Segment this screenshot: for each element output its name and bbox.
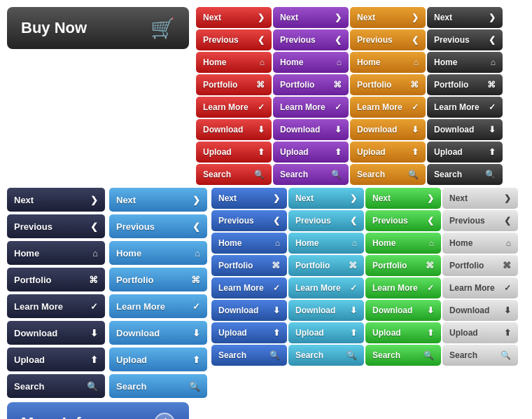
dark-previous-button[interactable]: Previous ❮ [7,214,105,238]
label: Next [372,193,391,203]
black-learnmore-button[interactable]: Learn More ✓ [427,97,503,118]
cyanblue-next-button[interactable]: Next ❯ [288,188,364,209]
purple-home-button[interactable]: Home ⌂ [273,52,349,73]
green-download-button[interactable]: Download ⬇ [365,300,441,321]
more-info-button[interactable]: More Info i [7,402,189,419]
purple-learnmore-button[interactable]: Learn More ✓ [273,97,349,118]
dark-portfolio-button[interactable]: Portfolio ⌘ [7,268,105,291]
green-next-button[interactable]: Next ❯ [365,188,441,209]
gray-portfolio-button[interactable]: Portfolio ⌘ [442,255,518,276]
black-portfolio-button[interactable]: Portfolio ⌘ [427,74,503,95]
midblue-download-button[interactable]: Download ⬇ [211,300,287,321]
red-download-button[interactable]: Download ⬇ [196,119,272,140]
green-learnmore-button[interactable]: Learn More ✓ [365,277,441,298]
midblue-search-button[interactable]: Search 🔍 [211,345,287,366]
cyanblue-upload-button[interactable]: Upload ⬆ [288,322,364,343]
red-search-button[interactable]: Search 🔍 [196,164,272,185]
midblue-home-button[interactable]: Home ⌂ [211,233,287,254]
blue-next-button[interactable]: Next ❯ [109,188,207,212]
dark-home-button[interactable]: Home ⌂ [7,241,105,265]
dark-download-button[interactable]: Download ⬇ [7,321,105,345]
purple-search-button[interactable]: Search 🔍 [273,164,349,185]
orange-previous-button[interactable]: Previous ❮ [350,29,426,50]
next-icon: ❯ [489,13,496,22]
dark-next-button[interactable]: Next ❯ [7,188,105,212]
green-search-button[interactable]: Search 🔍 [365,345,441,366]
label: Download [14,328,57,338]
upload-icon: ⬆ [335,147,342,157]
gray-search-button[interactable]: Search 🔍 [442,345,518,366]
gray-download-button[interactable]: Download ⬇ [442,300,518,321]
orange-next-button[interactable]: Next ❯ [350,7,426,28]
midblue-learnmore-button[interactable]: Learn More ✓ [211,277,287,298]
blue-previous-button[interactable]: Previous ❮ [109,214,207,238]
portfolio-icon: ⌘ [410,80,419,90]
blue-download-button[interactable]: Download ⬇ [109,321,207,345]
black-search-button[interactable]: Search 🔍 [427,164,503,185]
download-icon: ⬇ [335,125,342,135]
download-icon: ⬇ [504,305,511,315]
purple-previous-button[interactable]: Previous ❮ [273,29,349,50]
dark-upload-button[interactable]: Upload ⬆ [7,348,105,371]
info-icon: i [154,413,175,419]
cyanblue-portfolio-button[interactable]: Portfolio ⌘ [288,255,364,276]
check-icon: ✓ [192,301,200,312]
home-icon: ⌂ [275,238,280,248]
midblue-upload-button[interactable]: Upload ⬆ [211,322,287,343]
portfolio-icon: ⌘ [503,261,511,270]
purple-next-button[interactable]: Next ❯ [273,7,349,28]
black-previous-button[interactable]: Previous ❮ [427,29,503,50]
cyanblue-home-button[interactable]: Home ⌂ [288,233,364,254]
blue-learnmore-button[interactable]: Learn More ✓ [109,294,207,318]
label: Portfolio [357,80,391,90]
prev-icon: ❮ [258,35,265,45]
green-portfolio-button[interactable]: Portfolio ⌘ [365,255,441,276]
cyanblue-download-button[interactable]: Download ⬇ [288,300,364,321]
dark-learnmore-button[interactable]: Learn More ✓ [7,294,105,318]
green-upload-button[interactable]: Upload ⬆ [365,322,441,343]
label: Previous [14,221,52,232]
red-upload-button[interactable]: Upload ⬆ [196,142,272,163]
gray-learnmore-button[interactable]: Learn More ✓ [442,277,518,298]
purple-portfolio-button[interactable]: Portfolio ⌘ [273,74,349,95]
gray-previous-button[interactable]: Previous ❮ [442,210,518,231]
red-learnmore-button[interactable]: Learn More ✓ [196,97,272,118]
red-next-button[interactable]: Next ❯ [196,7,272,28]
orange-search-button[interactable]: Search 🔍 [350,164,426,185]
red-home-button[interactable]: Home ⌂ [196,52,272,73]
label: Portfolio [14,275,51,285]
orange-home-button[interactable]: Home ⌂ [350,52,426,73]
orange-portfolio-button[interactable]: Portfolio ⌘ [350,74,426,95]
orange-upload-button[interactable]: Upload ⬆ [350,142,426,163]
green-home-button[interactable]: Home ⌂ [365,233,441,254]
purple-upload-button[interactable]: Upload ⬆ [273,142,349,163]
black-next-button[interactable]: Next ❯ [427,7,503,28]
orange-download-button[interactable]: Download ⬇ [350,119,426,140]
red-previous-button[interactable]: Previous ❮ [196,29,272,50]
home-icon: ⌂ [491,57,496,67]
midblue-previous-button[interactable]: Previous ❮ [211,210,287,231]
label: Next [203,13,221,22]
cyanblue-previous-button[interactable]: Previous ❮ [288,210,364,231]
green-previous-button[interactable]: Previous ❮ [365,210,441,231]
black-download-button[interactable]: Download ⬇ [427,119,503,140]
dark-search-button[interactable]: Search 🔍 [7,374,105,398]
blue-search-button[interactable]: Search 🔍 [109,374,207,398]
orange-learnmore-button[interactable]: Learn More ✓ [350,97,426,118]
midblue-portfolio-button[interactable]: Portfolio ⌘ [211,255,287,276]
blue-portfolio-button[interactable]: Portfolio ⌘ [109,268,207,291]
black-upload-button[interactable]: Upload ⬆ [427,142,503,163]
blue-home-button[interactable]: Home ⌂ [109,241,207,265]
gray-next-button[interactable]: Next ❯ [442,188,518,209]
purple-download-button[interactable]: Download ⬇ [273,119,349,140]
black-home-button[interactable]: Home ⌂ [427,52,503,73]
cyanblue-search-button[interactable]: Search 🔍 [288,345,364,366]
label: Search [295,350,323,360]
blue-upload-button[interactable]: Upload ⬆ [109,348,207,371]
buy-now-button[interactable]: Buy Now 🛒 [7,7,189,49]
gray-upload-button[interactable]: Upload ⬆ [442,322,518,343]
red-portfolio-button[interactable]: Portfolio ⌘ [196,74,272,95]
gray-home-button[interactable]: Home ⌂ [442,233,518,254]
midblue-next-button[interactable]: Next ❯ [211,188,287,209]
cyanblue-learnmore-button[interactable]: Learn More ✓ [288,277,364,298]
